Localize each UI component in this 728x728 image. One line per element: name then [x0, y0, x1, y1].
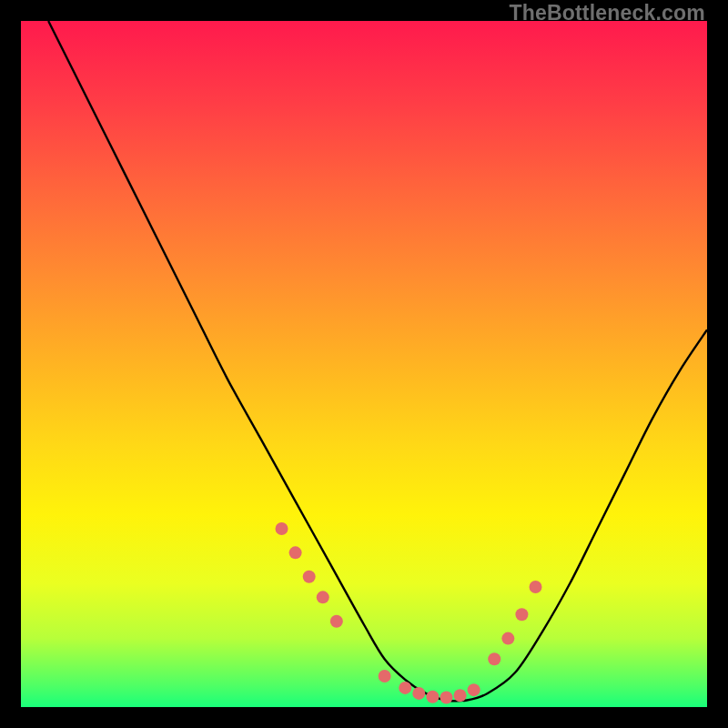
marker-dot: [454, 689, 467, 702]
marker-dot: [412, 687, 425, 700]
marker-dot: [530, 581, 542, 593]
bottleneck-curve: [48, 21, 707, 701]
marker-dot: [330, 615, 343, 628]
marker-dot: [488, 652, 500, 665]
marker-dot: [426, 691, 439, 703]
marker-dot: [379, 670, 391, 682]
curve-layer: [21, 21, 707, 707]
marker-dot: [468, 683, 480, 696]
marker-dot: [289, 546, 302, 559]
chart-frame: TheBottleneck.com: [0, 0, 728, 728]
marker-dot: [303, 571, 316, 583]
marker-dot: [317, 591, 329, 603]
marker-dot: [515, 608, 528, 621]
curve-markers: [276, 522, 542, 703]
marker-dot: [276, 522, 288, 535]
marker-dot: [440, 691, 452, 703]
marker-dot: [399, 682, 411, 694]
gradient-plot-area: [21, 21, 707, 707]
marker-dot: [501, 632, 514, 645]
